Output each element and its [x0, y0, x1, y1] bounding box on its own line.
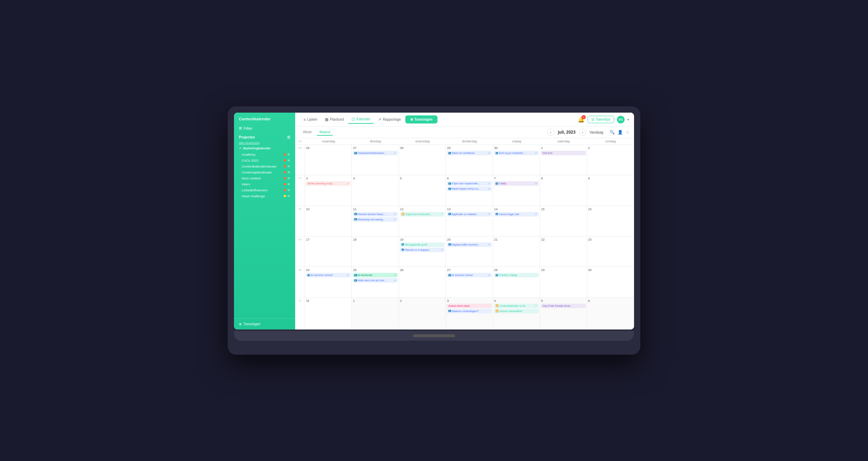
search-icon[interactable]: 🔍 — [610, 130, 615, 135]
calendar-event[interactable]: inVolwassenheidniveaus✓ — [353, 151, 397, 155]
calendar-cell[interactable]: 26 — [305, 145, 352, 175]
calendar-event[interactable]: inRemote werken Reau...✓ — [353, 212, 397, 217]
nav-planbord[interactable]: ▦ Planbord — [321, 115, 347, 123]
calendar-cell[interactable]: 25inAI-fluisteraar✓inHello hero hub op L… — [352, 267, 399, 297]
calendar-cell[interactable]: 1Keti Koti — [540, 145, 587, 175]
calendar-event[interactable]: Guess who's back — [447, 304, 491, 308]
calendar-event[interactable]: 🔁Supersnel communic...✓ — [400, 212, 444, 217]
calendar-cell[interactable]: 5 — [399, 175, 446, 205]
date-number: 6 — [588, 299, 633, 303]
today-button[interactable]: Vandaag — [590, 130, 603, 134]
calendar-cell[interactable]: 30 — [587, 267, 634, 297]
calendar-event[interactable]: inApplicatie zo makkeli...✓ — [447, 212, 491, 217]
calendar-cell[interactable]: 27inAI summer school✓ — [446, 267, 493, 297]
nav-lijsten[interactable]: ≡ Lijsten — [300, 116, 321, 123]
calendar-cell[interactable]: 28inFranka's vrijdag — [493, 267, 540, 297]
calendar-event[interactable]: inMaak impact met je co...✓ — [447, 186, 491, 191]
calendar-cell[interactable]: 24inAI Summer School✓ — [305, 267, 352, 297]
calendar-cell[interactable]: 2 — [587, 145, 634, 175]
calendar-event[interactable]: inAI summer school✓ — [447, 273, 491, 277]
calendar-cell[interactable]: 23 — [587, 236, 634, 267]
calendar-cell[interactable]: 26 — [399, 267, 446, 297]
calendar-cell[interactable]: 4 — [352, 175, 399, 205]
calendar-cell[interactable]: 27inVolwassenheidniveaus✓ — [352, 145, 399, 175]
nav-kalender[interactable]: ◫ Kalender — [348, 115, 374, 124]
calendar-event[interactable]: Sterke planning zorgt...✓ — [306, 181, 350, 186]
filter-toggle[interactable]: ⊞ Filter — [234, 124, 295, 133]
calendar-event[interactable]: inWaarom contenttypen? — [447, 309, 491, 313]
calendar-cell[interactable]: 21 — [493, 236, 540, 267]
deselect-all-link[interactable]: alles deselecting — [234, 141, 295, 145]
calendar-cell[interactable]: 19inMet geplande groetinPlannen in 3 sta… — [399, 236, 446, 267]
calendar-cell[interactable]: 7inChatty✓ — [493, 175, 540, 205]
add-button[interactable]: ⊕ Toevoegen — [405, 115, 437, 123]
calendar-cell[interactable]: 22 — [540, 236, 587, 267]
calendar-event[interactable]: 🔁Contentkalender vs M...✓ — [494, 304, 539, 308]
calendar-cell[interactable]: 30inZicht op je contentstr...✓ — [493, 145, 540, 175]
chevron-down-icon[interactable]: ▾ — [627, 118, 629, 121]
calendar-event[interactable]: inDigitaal koffie moment...✓ — [447, 242, 491, 247]
calendar-cell[interactable]: 18 — [352, 236, 399, 267]
calendar-event[interactable]: inCanva magic edit✓ — [494, 212, 539, 217]
calendar-cell[interactable]: 15 — [540, 206, 587, 236]
nav-rapportage[interactable]: ↗ Rapportage — [375, 115, 404, 123]
takenlijst-button[interactable]: ☰ Takenlijst — [588, 116, 614, 123]
sidebar-add-button[interactable]: ⊕ Toevoegen — [234, 318, 295, 329]
next-month-button[interactable]: › — [579, 129, 586, 136]
sidebar-item-label: Hero content — [242, 176, 284, 180]
calendar-event[interactable]: inFranka's vrijdag — [494, 273, 539, 277]
calendar-event[interactable]: inPlannen in 3 stappen✓ — [400, 248, 444, 252]
sidebar-item[interactable]: CoCo 2023 👁 — [234, 157, 295, 163]
calendar-cell[interactable]: 11inRemote werken Reau...✓inWorkshop met… — [352, 206, 399, 236]
calendar-cell[interactable]: 28 — [399, 145, 446, 175]
view-month-button[interactable]: Maand — [316, 129, 333, 136]
calendar-event[interactable]: inHello hero hub op Link...✓ — [353, 278, 397, 283]
person-icon[interactable]: 👤 — [618, 130, 623, 135]
sidebar-item[interactable]: Haart challenge 👁 — [234, 193, 295, 199]
calendar-cell[interactable]: 9 — [587, 175, 634, 205]
view-week-button[interactable]: Week — [300, 129, 314, 136]
user-avatar[interactable]: FS — [617, 116, 625, 123]
calendar-event[interactable]: inAI Summer School✓ — [306, 273, 350, 277]
calendar-event[interactable]: Keti Koti — [541, 151, 585, 155]
calendar-cell[interactable]: 14inCanva magic edit✓ — [493, 206, 540, 236]
calendar-cell[interactable]: 17 — [305, 236, 352, 267]
calendar-cell[interactable]: 8 — [540, 175, 587, 205]
sidebar-item[interactable]: Linkedinfluencers 👁 — [234, 187, 295, 193]
calendar-event[interactable]: inZicht op je contentstr...✓ — [494, 151, 539, 155]
calendar-event[interactable]: Gay Pride Parade Amst... — [541, 304, 585, 308]
sidebar-item[interactable]: Academy 👁 — [234, 151, 295, 157]
prev-month-button[interactable]: ‹ — [547, 129, 554, 136]
calendar-cell[interactable]: 4🔁Contentkalender vs M...✓🔁Nurture nieuw… — [493, 298, 540, 328]
calendar-event[interactable]: 🔁Nurture nieuwsbrief — [494, 309, 539, 313]
calendar-cell[interactable]: 12🔁Supersnel communic...✓ — [399, 206, 446, 236]
calendar-cell[interactable]: 5Gay Pride Parade Amst... — [540, 298, 587, 328]
calendar-cell[interactable]: 3Guess who's backinWaarom contenttypen? — [446, 298, 493, 328]
sidebar-item[interactable]: Contentkalendernieuws 👁 — [234, 163, 295, 169]
calendar-cell[interactable]: 6 — [587, 298, 634, 328]
notification-button[interactable]: 🔔 1 — [578, 116, 585, 123]
calendar-cell[interactable]: 13inApplicatie zo makkeli...✓ — [446, 206, 493, 236]
sidebar-item[interactable]: Intern 👁 — [234, 181, 295, 187]
calendar-event[interactable]: inAI-fluisteraar✓ — [353, 273, 397, 277]
calendar-cell[interactable]: 29inTaken en workflows✓ — [446, 145, 493, 175]
hamburger-icon[interactable]: ☰ — [287, 135, 290, 139]
calendar-event[interactable]: inChatty✓ — [494, 181, 539, 186]
share-icon[interactable]: ⊹ — [626, 130, 629, 135]
calendar-event[interactable]: in3 tips voor impactvolle...✓ — [447, 181, 491, 186]
calendar-event[interactable]: inTaken en workflows✓ — [447, 151, 491, 155]
calendar-cell[interactable]: 2 — [399, 298, 446, 328]
sidebar-item[interactable]: Hero content 👁 — [234, 175, 295, 181]
event-title: AI summer school — [452, 274, 488, 277]
calendar-cell[interactable]: 20inDigitaal koffie moment...✓ — [446, 236, 493, 267]
sidebar-item[interactable]: Contentoptimalisatie 👁 — [234, 169, 295, 175]
calendar-cell[interactable]: 1 — [352, 298, 399, 328]
calendar-cell[interactable]: 10 — [305, 206, 352, 236]
calendar-cell[interactable]: 3Sterke planning zorgt...✓ — [305, 175, 352, 205]
calendar-cell[interactable]: 29 — [540, 267, 587, 297]
calendar-event[interactable]: inWorkshop met weinig...✓ — [353, 217, 397, 222]
calendar-cell[interactable]: 16 — [587, 206, 634, 236]
calendar-cell[interactable]: 6in3 tips voor impactvolle...✓inMaak imp… — [446, 175, 493, 205]
calendar-event[interactable]: inMet geplande groet — [400, 242, 444, 247]
calendar-cell[interactable]: 31 — [305, 298, 352, 328]
